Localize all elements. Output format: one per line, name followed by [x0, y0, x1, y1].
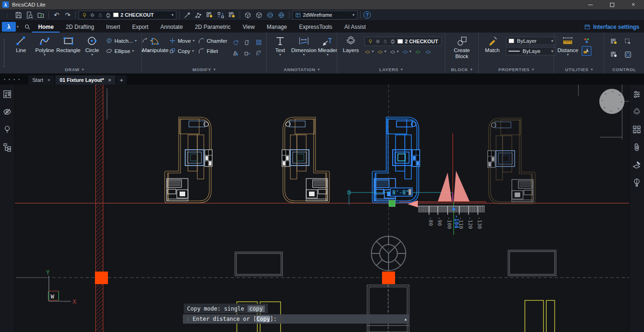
layer-properties-tool[interactable] [425, 48, 432, 55]
open-button[interactable] [36, 10, 46, 20]
circle-tool[interactable]: Circle▾ [82, 35, 102, 56]
hatched-column[interactable] [95, 85, 103, 332]
minimize-button[interactable] [580, 0, 601, 9]
trim-tool[interactable] [242, 38, 252, 47]
tab-2d-parametric[interactable]: 2D Parametric [189, 21, 237, 33]
maximize-button[interactable] [601, 0, 623, 9]
fixture-block-2[interactable] [282, 117, 329, 203]
hatch-tool[interactable]: Hatch...▾ [106, 37, 137, 45]
redo-button[interactable]: ↷ [63, 10, 73, 20]
linetype-dropdown[interactable]: ByLaye▾ [506, 47, 556, 55]
orbit-view-icon[interactable] [254, 10, 264, 20]
hide-objects-icon[interactable] [227, 10, 237, 20]
toolbar-grip[interactable]: ⋮ [2, 10, 12, 20]
tabbar-grip[interactable]: ▪ ▪ ▪ ▪ [4, 77, 21, 82]
tab-expresstools[interactable]: ExpressTools [293, 21, 338, 33]
color-dropdown[interactable]: ByLayer▾ [506, 37, 556, 45]
tips-panel-icon[interactable] [632, 178, 642, 187]
fillet-tool[interactable]: Fillet [198, 47, 227, 55]
copy-tool[interactable]: Copy▾ [169, 47, 195, 55]
properties-panel-icon[interactable] [632, 89, 642, 99]
lock-layer-tool[interactable]: ▾ [377, 48, 386, 55]
structure-icon[interactable] [2, 142, 12, 152]
match-tool[interactable]: Match [482, 35, 503, 53]
dimension-input[interactable]: 8'-8" [390, 188, 412, 196]
doc-tab-fixture-layout[interactable]: 01 Fixture Layout*× [55, 75, 115, 85]
interface-settings-button[interactable]: Interface settings [584, 24, 639, 30]
chamfer-tool[interactable]: Chamfer [198, 37, 227, 45]
id-coordinates-tool[interactable] [582, 46, 591, 56]
help-button[interactable]: ? [363, 11, 371, 19]
tab-view[interactable]: View [237, 21, 261, 33]
explode-icon[interactable] [194, 10, 203, 20]
stretch-tool[interactable] [242, 48, 252, 58]
layers-panel-icon[interactable] [632, 107, 642, 117]
match-properties-icon[interactable] [182, 10, 192, 20]
boundary-tool[interactable] [622, 49, 634, 60]
layer-selector[interactable]: 2 CHECKOUT [364, 37, 442, 46]
panel-label-annotation[interactable]: ANNOTATION▾ [270, 66, 334, 73]
preview-button[interactable] [25, 10, 34, 20]
globe-view-icon[interactable] [276, 10, 286, 20]
panel-label-control[interactable]: CONTROL [608, 66, 641, 73]
visual-style-dropdown[interactable]: 2dWireframe ▾ [292, 11, 357, 20]
sheets-panel-icon[interactable] [632, 160, 642, 170]
polyline-tool[interactable]: Polyline▾ [34, 35, 55, 56]
tab-export[interactable]: Export [126, 21, 154, 33]
drawing-area[interactable]: 8'-8" [15, 85, 629, 332]
new-tab-button[interactable]: + [116, 75, 127, 85]
fixture-block-4[interactable] [488, 118, 535, 204]
array-tool[interactable] [254, 38, 264, 47]
blocks-panel-icon[interactable] [632, 125, 642, 134]
swap-objects-icon[interactable] [216, 10, 226, 20]
create-block-tool[interactable]: Create Block [450, 35, 474, 60]
grip-dots-icon[interactable]: ⋮ [186, 317, 190, 322]
panels-icon[interactable] [2, 89, 12, 99]
ellipse-tool[interactable]: Ellipse▾ [106, 47, 134, 55]
fixture-block-1[interactable] [165, 117, 212, 203]
ribbon-search-button[interactable] [22, 22, 32, 32]
close-button[interactable]: × [623, 0, 644, 9]
close-icon[interactable]: × [108, 77, 111, 83]
isolate-objects-icon[interactable] [205, 10, 215, 20]
grip-point[interactable] [389, 200, 395, 206]
column-bubble[interactable] [599, 89, 624, 114]
close-icon[interactable]: × [47, 77, 50, 83]
tips-icon[interactable] [2, 125, 12, 134]
layer-off-tool[interactable]: ▾ [364, 48, 374, 55]
drawing-viewport[interactable]: 8'-8" [15, 85, 629, 332]
sphere-view-icon[interactable] [265, 10, 275, 20]
text-tool[interactable]: Text▾ [270, 35, 290, 56]
mleader-tool[interactable]: Mleader▾ [317, 35, 338, 56]
panel-label-modify[interactable]: MODIFY▾ [145, 66, 263, 73]
move-tool[interactable]: Move▾ [169, 37, 195, 45]
application-menu-button[interactable]: λ [2, 22, 16, 32]
panel-label-layers[interactable]: LAYERS▾ [341, 66, 442, 73]
round-column[interactable] [371, 236, 406, 271]
doc-tab-start[interactable]: Start× [28, 75, 55, 85]
tab-insert[interactable]: Insert [100, 21, 126, 33]
rotate-tool[interactable] [230, 38, 241, 47]
tab-ai-assist[interactable]: AI Assist [338, 21, 372, 33]
rectangle-tool[interactable]: Rectangle [58, 35, 79, 53]
panel-label-utilities[interactable]: UTILITIES▾ [557, 66, 601, 73]
save-button[interactable] [13, 10, 23, 20]
view-cube-icon[interactable] [243, 10, 253, 20]
offset-tool[interactable] [254, 48, 264, 58]
mirror-tool[interactable] [230, 48, 241, 58]
tab-2d-drafting[interactable]: 2D Drafting [60, 21, 100, 33]
attachments-panel-icon[interactable] [632, 142, 642, 152]
hide-objects-icon[interactable] [2, 107, 12, 117]
panel-label-properties[interactable]: PROPERTIES▾ [482, 66, 550, 73]
select-similar-tool[interactable] [622, 36, 634, 47]
line-tool[interactable]: Line [11, 35, 31, 53]
undo-button[interactable]: ↶ [52, 10, 61, 20]
visibility-off-tool[interactable] [608, 49, 620, 60]
layer-state-tool[interactable]: ▾ [402, 48, 411, 55]
layer-dropdown[interactable]: 2 CHECKOUT ▾ [79, 11, 176, 20]
distance-tool[interactable]: Distance▾ [557, 35, 578, 56]
expand-history-button[interactable]: ▲ [404, 317, 407, 321]
dimension-tool[interactable]: Dimension▾ [294, 35, 314, 56]
tab-home[interactable]: Home [32, 21, 60, 33]
manipulate-tool[interactable]: Manipulate [145, 35, 166, 53]
